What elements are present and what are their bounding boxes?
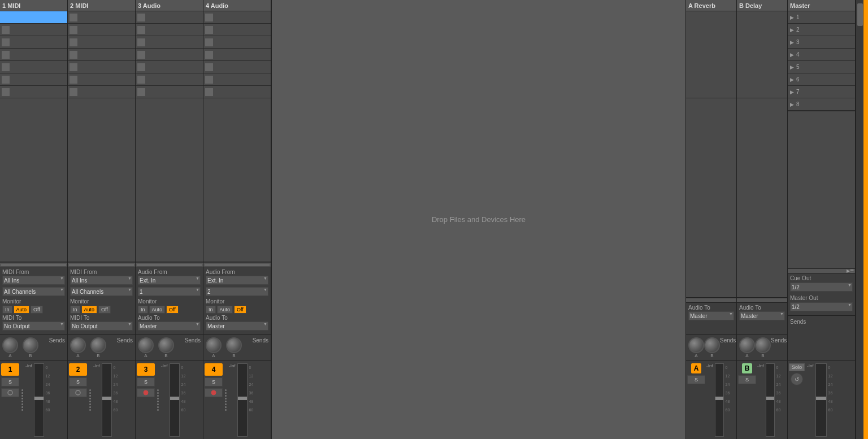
track-2-send-a-knob[interactable]: [70, 337, 86, 353]
track-4-io-toggle[interactable]: [203, 263, 271, 267]
clip-slot[interactable]: [203, 11, 271, 24]
scrollbar-thumb[interactable]: [857, 3, 863, 26]
track-3-arm-btn[interactable]: [137, 388, 155, 397]
track-2-fader[interactable]: [102, 363, 112, 437]
cue-out-select[interactable]: 1/2: [790, 282, 853, 292]
track-2-io-toggle[interactable]: [68, 263, 135, 267]
clip-slot[interactable]: [0, 11, 67, 24]
return-b-clip-area[interactable]: [737, 98, 787, 298]
drop-area[interactable]: Drop Files and Devices Here: [271, 0, 686, 439]
master-scene-row-8[interactable]: ▶ 8: [788, 98, 855, 111]
right-scrollbar[interactable]: [856, 0, 863, 439]
return-a-fader[interactable]: [715, 363, 724, 437]
track-4-header[interactable]: 4 Audio: [203, 0, 271, 11]
track-1-header[interactable]: 1 MIDI: [0, 0, 67, 11]
clip-slot[interactable]: [68, 61, 135, 73]
track-3-audio-to-wrapper[interactable]: Master: [138, 321, 201, 332]
clip-slot[interactable]: [68, 11, 135, 24]
track-2-header[interactable]: 2 MIDI: [68, 0, 135, 11]
track-3-audio-from-wrapper[interactable]: Ext. In: [138, 276, 201, 286]
return-b-send-b-knob[interactable]: [755, 337, 771, 353]
return-b-header[interactable]: B Delay: [737, 0, 787, 11]
clip-slot[interactable]: [0, 61, 67, 73]
return-a-solo-btn[interactable]: S: [687, 375, 705, 384]
return-a-header[interactable]: A Reverb: [686, 0, 736, 11]
master-out-select[interactable]: 1/2: [790, 302, 853, 311]
midi-channel-select[interactable]: All Channels: [2, 287, 65, 296]
clip-slot[interactable]: [136, 61, 203, 73]
clip-slot[interactable]: [203, 36, 271, 49]
master-header[interactable]: Master: [788, 0, 855, 11]
track-3-send-a-knob[interactable]: [138, 337, 154, 353]
track-4-monitor-in-btn[interactable]: In: [206, 306, 216, 314]
master-scene-row-1[interactable]: ▶ 1: [788, 11, 855, 24]
midi-from-select[interactable]: All Ins: [2, 276, 65, 285]
track-3-header[interactable]: 3 Audio: [136, 0, 203, 11]
master-scene-row-5[interactable]: ▶ 5: [788, 61, 855, 73]
clip-slot[interactable]: [68, 49, 135, 61]
return-a-clip-area[interactable]: [686, 98, 736, 298]
clip-slot[interactable]: [0, 36, 67, 49]
track-4-monitor-auto-btn[interactable]: Auto: [217, 306, 233, 314]
track-3-send-b-knob[interactable]: [158, 337, 174, 353]
track-2-solo-btn[interactable]: S: [69, 377, 87, 386]
clip-slot[interactable]: [68, 73, 135, 86]
monitor-auto-btn[interactable]: Auto: [14, 306, 30, 314]
track-2-midi-to-select[interactable]: No Output: [70, 321, 133, 331]
clip-slot[interactable]: [203, 73, 271, 86]
track-4-clip-area[interactable]: [203, 98, 271, 262]
return-a-send-b-knob[interactable]: [704, 337, 720, 353]
return-b-letter-btn[interactable]: B: [742, 363, 753, 373]
master-fader[interactable]: [815, 363, 827, 437]
clip-slot[interactable]: [68, 36, 135, 49]
track-3-io-toggle[interactable]: [136, 263, 203, 267]
track-4-fader[interactable]: [237, 363, 248, 437]
return-b-send-a-knob[interactable]: [739, 337, 755, 353]
return-b-audio-to-wrapper[interactable]: Master: [739, 311, 785, 321]
track-3-audio-to-select[interactable]: Master: [138, 321, 201, 331]
midi-from-select-wrapper[interactable]: All Ins: [2, 276, 65, 286]
track-4-input-num-select[interactable]: 2: [206, 287, 268, 296]
midi-channel-select-wrapper[interactable]: All Channels: [2, 287, 65, 297]
track-4-audio-to-wrapper[interactable]: Master: [206, 321, 268, 332]
track-3-input-num-wrapper[interactable]: 1: [138, 287, 201, 297]
track-4-send-a-knob[interactable]: [206, 337, 222, 353]
track-3-monitor-in-btn[interactable]: In: [138, 306, 148, 314]
return-a-audio-to-select[interactable]: Master: [688, 311, 734, 320]
clip-slot[interactable]: [136, 49, 203, 61]
track-4-audio-from-wrapper[interactable]: Ext. In: [206, 276, 268, 286]
track-3-clip-area[interactable]: [136, 98, 203, 262]
master-clip-area[interactable]: [788, 111, 855, 268]
track-3-monitor-off-btn[interactable]: Off: [166, 306, 179, 314]
master-scene-row-6[interactable]: ▶ 6: [788, 73, 855, 86]
track-2-monitor-auto-btn[interactable]: Auto: [81, 306, 98, 314]
midi-to-select-wrapper[interactable]: No Output: [2, 321, 65, 332]
track-3-monitor-auto-btn[interactable]: Auto: [149, 306, 166, 314]
master-scene-row-2[interactable]: ▶ 2: [788, 24, 855, 36]
master-out-select-wrapper[interactable]: 1/2: [790, 302, 853, 312]
master-io-toggle[interactable]: ▶☰: [788, 269, 855, 273]
master-scene-row-4[interactable]: ▶ 4: [788, 49, 855, 61]
track-4-audio-from-select[interactable]: Ext. In: [206, 276, 268, 285]
track-1-num-btn[interactable]: 1: [1, 363, 19, 376]
track-3-num-btn[interactable]: 3: [137, 363, 155, 376]
monitor-off-btn[interactable]: Off: [31, 306, 43, 314]
track-2-send-b-knob[interactable]: [90, 337, 106, 353]
clip-slot[interactable]: [136, 11, 203, 24]
track-2-monitor-in-btn[interactable]: In: [70, 306, 80, 314]
track-2-arm-btn[interactable]: [69, 388, 87, 397]
return-a-letter-btn[interactable]: A: [691, 363, 702, 373]
clip-slot[interactable]: [203, 24, 271, 36]
track-2-midi-from-wrapper[interactable]: All Ins: [70, 276, 133, 286]
clip-slot[interactable]: [136, 86, 203, 98]
track-2-channel-wrapper[interactable]: All Channels: [70, 287, 133, 297]
master-scene-row-7[interactable]: ▶ 7: [788, 86, 855, 98]
clip-slot[interactable]: [0, 24, 67, 36]
track-1-arm-btn[interactable]: [1, 388, 19, 397]
return-a-io-toggle[interactable]: [686, 298, 736, 303]
return-a-audio-to-wrapper[interactable]: Master: [688, 311, 734, 321]
master-solo-btn[interactable]: Solo: [789, 363, 805, 371]
track-3-fader[interactable]: [170, 363, 180, 437]
track-3-input-num-select[interactable]: 1: [138, 287, 201, 296]
return-b-audio-to-select[interactable]: Master: [739, 311, 785, 320]
